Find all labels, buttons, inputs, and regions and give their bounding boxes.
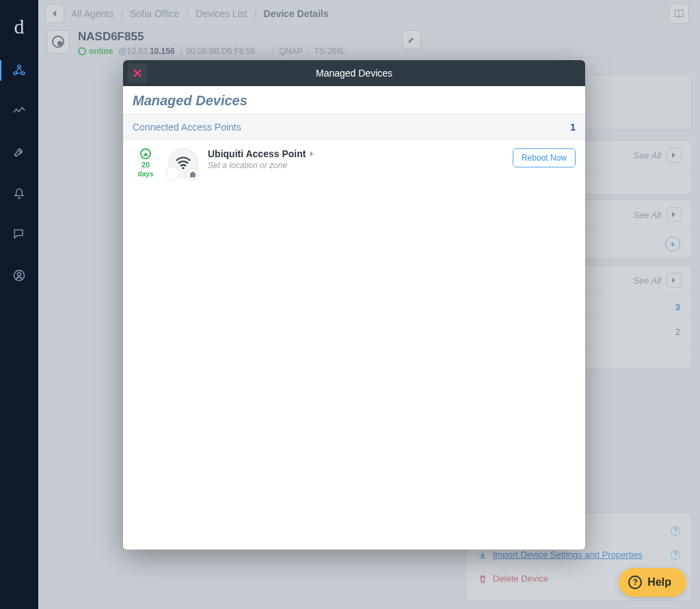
reboot-now-button[interactable]: Reboot Now [513, 148, 576, 167]
svg-point-5 [182, 167, 184, 169]
svg-point-4 [18, 273, 21, 276]
ap-title-link[interactable]: Ubiquiti Access Point [208, 148, 503, 159]
nav-network-icon[interactable] [0, 59, 38, 82]
nav-alerts-icon[interactable] [0, 182, 38, 205]
modal-header: Managed Devices [123, 86, 585, 115]
svg-point-2 [18, 65, 21, 68]
status-dot-icon [166, 167, 180, 180]
wifi-icon [168, 148, 198, 178]
main-area: All Agents / Sofia Office / Devices List… [38, 0, 700, 609]
svg-point-0 [14, 72, 16, 75]
modal-titlebar-text: Managed Devices [123, 68, 585, 79]
nav-tools-icon[interactable] [0, 141, 38, 164]
shield-icon [187, 168, 199, 180]
managed-devices-modal: Managed Devices Managed Devices Connecte… [123, 60, 585, 550]
svg-point-1 [22, 72, 25, 75]
section-connected-aps: Connected Access Points 1 [123, 115, 585, 140]
device-row: 20 days Ubiquiti Access Point Set a loca… [123, 140, 585, 187]
uptime-badge: 20 days [133, 148, 159, 178]
ap-location-placeholder[interactable]: Set a location or zone [208, 161, 503, 170]
brand-logo: d [8, 12, 30, 41]
close-modal-button[interactable] [128, 64, 147, 83]
uptime-up-icon [140, 148, 151, 159]
nav-chat-icon[interactable] [0, 223, 38, 246]
help-button[interactable]: ? Help [619, 568, 686, 597]
nav-activity-icon[interactable] [0, 100, 38, 123]
nav-account-icon[interactable] [0, 264, 38, 287]
left-nav: d [0, 0, 38, 609]
